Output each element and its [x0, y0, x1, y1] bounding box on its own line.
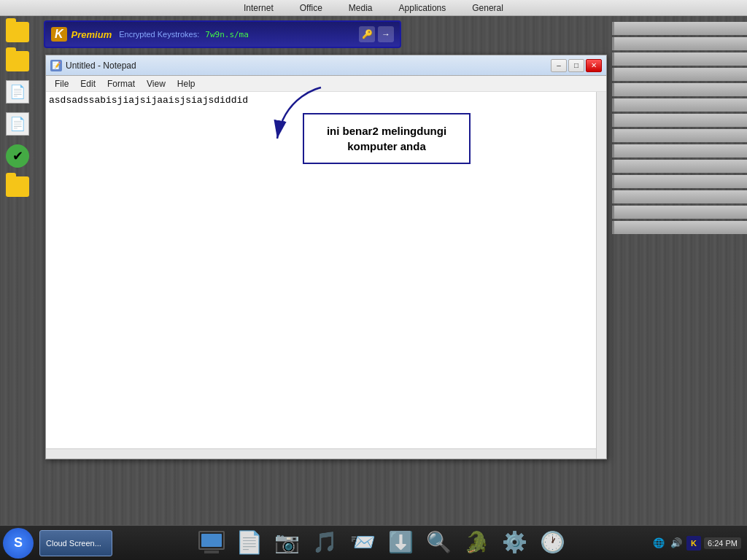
taskbar-windows-area: Cloud Screen... — [39, 530, 112, 556]
app-icon-5: ✔ — [6, 144, 29, 168]
dock-item-search[interactable]: 🔍 — [422, 526, 457, 559]
notepad-title-icon: 📝 — [50, 60, 62, 71]
start-button[interactable]: S — [3, 528, 34, 559]
notepad-titlebar[interactable]: 📝 Untitled - Notepad – □ ✕ — [46, 55, 606, 76]
keylogger-icon-group: 🔑 → — [359, 26, 394, 42]
taskbar: S Cloud Screen... 📄 — [0, 525, 747, 560]
file-icon-4: 📄 — [6, 112, 29, 136]
dock-item-monitor[interactable] — [194, 526, 229, 559]
desktop-icon-1[interactable] — [6, 22, 50, 42]
dock-item-download[interactable]: ⬇️ — [384, 526, 419, 559]
desktop-icon-6[interactable] — [6, 176, 50, 197]
top-menubar: Internet Office Media Applications Gener… — [0, 0, 747, 16]
keylogger-key-icon[interactable]: 🔑 — [359, 26, 375, 42]
menu-applications[interactable]: Applications — [386, 1, 460, 15]
keylogger-premium-label: Premium — [71, 29, 112, 40]
dock-item-settings[interactable]: ⚙️ — [498, 526, 533, 559]
taskbar-window-label: Cloud Screen... — [46, 539, 101, 548]
desktop: Internet Office Media Applications Gener… — [0, 0, 747, 560]
taskbar-dock: 📄 📷 🎵 📨 ⬇️ 🔍 🐊 — [112, 526, 651, 560]
notepad-menu-edit[interactable]: Edit — [74, 77, 101, 90]
dock-item-email[interactable]: 📨 — [346, 526, 381, 559]
folder-icon-1 — [6, 22, 29, 42]
notepad-menu-view[interactable]: View — [141, 77, 171, 90]
systray-keylogger-icon[interactable]: K — [686, 536, 701, 551]
dock-item-camera[interactable]: 📷 — [270, 526, 305, 559]
notepad-menubar: File Edit Format View Help — [46, 76, 606, 92]
notepad-title-text: Untitled - Notepad — [66, 61, 551, 71]
dock-item-music[interactable]: 🎵 — [308, 526, 343, 559]
desktop-icon-2[interactable] — [6, 51, 50, 71]
callout-box: ini benar2 melingdungi komputer anda — [303, 113, 471, 164]
taskbar-open-window-notepad[interactable]: Cloud Screen... — [39, 530, 112, 556]
keylogger-logo: K — [51, 27, 67, 42]
notepad-maximize-btn[interactable]: □ — [568, 59, 584, 72]
start-label: S — [14, 535, 23, 551]
notepad-menu-help[interactable]: Help — [171, 77, 201, 90]
dock-item-frog[interactable]: 🐊 — [460, 526, 495, 559]
desktop-icon-column: 📄 📄 ✔ — [6, 22, 50, 203]
notepad-window-controls: – □ ✕ — [551, 59, 602, 72]
top-menu-items: Internet Office Media Applications Gener… — [231, 1, 516, 15]
folder-icon-6 — [6, 176, 29, 197]
file-icon-3: 📄 — [6, 80, 29, 104]
keylogger-toolbar: K Premium Encrypted Keystrokes: 7w9n.s/m… — [44, 20, 401, 48]
taskbar-systray: 🌐 🔊 K 6:24 PM — [651, 536, 744, 551]
desktop-icon-4[interactable]: 📄 — [6, 112, 50, 136]
notepad-minimize-btn[interactable]: – — [551, 59, 567, 72]
notepad-menu-file[interactable]: File — [49, 77, 74, 90]
system-clock: 6:24 PM — [704, 537, 741, 549]
notepad-close-btn[interactable]: ✕ — [586, 59, 602, 72]
menu-media[interactable]: Media — [336, 1, 386, 15]
systray-network-icon[interactable]: 🌐 — [651, 536, 666, 551]
systray-volume-icon[interactable]: 🔊 — [669, 536, 684, 551]
desktop-icon-3[interactable]: 📄 — [6, 80, 50, 104]
keylogger-encrypted-value: 7w9n.s/ma — [205, 30, 359, 39]
notepad-menu-format[interactable]: Format — [101, 77, 141, 90]
desktop-icon-5[interactable]: ✔ — [6, 144, 50, 168]
dock-item-doc1[interactable]: 📄 — [232, 526, 267, 559]
menu-office[interactable]: Office — [287, 1, 336, 15]
folder-icon-2 — [6, 51, 29, 71]
keylogger-arrow-icon[interactable]: → — [378, 26, 394, 42]
menu-internet[interactable]: Internet — [231, 1, 287, 15]
notepad-scrollbar-horizontal[interactable] — [46, 448, 596, 459]
notepad-scrollbar-vertical[interactable] — [596, 92, 606, 459]
right-shutter-decoration — [612, 22, 747, 314]
dock-item-clock[interactable]: 🕐 — [535, 526, 570, 559]
keylogger-encrypted-label: Encrypted Keystrokes: — [119, 30, 199, 39]
menu-general[interactable]: General — [459, 1, 516, 15]
